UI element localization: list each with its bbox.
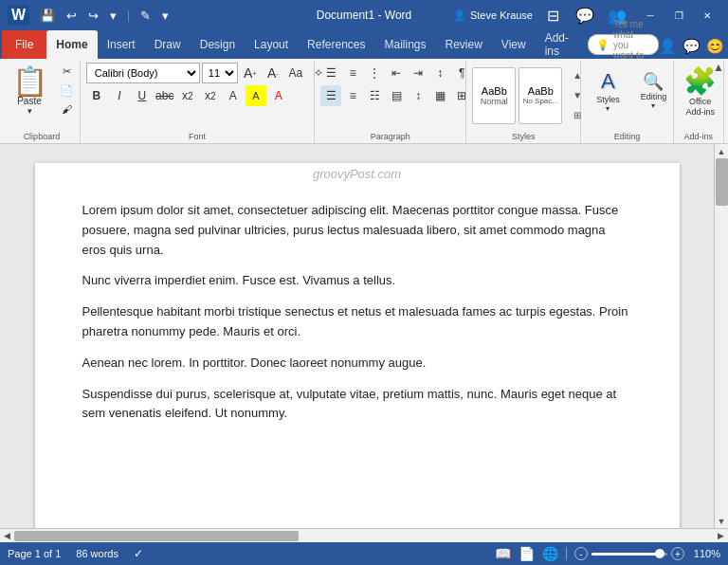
tab-view[interactable]: View: [492, 30, 536, 59]
tab-insert[interactable]: Insert: [98, 30, 145, 59]
paste-label: Paste: [17, 96, 42, 106]
superscript-button[interactable]: x2: [200, 85, 221, 106]
font-color-button[interactable]: A: [268, 85, 289, 106]
h-scroll-right-arrow[interactable]: ▶: [714, 529, 728, 543]
styles-big-button[interactable]: A Styles ▾: [587, 63, 628, 119]
justify-button[interactable]: ▤: [386, 85, 407, 106]
web-layout-icon[interactable]: 🌐: [542, 546, 558, 561]
editing-big-label: Editing: [641, 92, 667, 101]
editing-big-button[interactable]: 🔍 Editing ▾: [632, 63, 674, 119]
italic-button[interactable]: I: [109, 85, 130, 106]
zoom-out-button[interactable]: -: [574, 547, 588, 560]
strikethrough-button[interactable]: abc: [155, 85, 175, 106]
font-row-1: Calibri (Body) 11 A+ A- Aa ✧: [86, 63, 329, 83]
document-page: groovyPost.com Lorem ipsum dolor sit ame…: [35, 163, 680, 528]
user-name: Steve Krause: [470, 9, 533, 21]
touch-mode-icon[interactable]: ✎: [137, 7, 154, 25]
h-scroll-left-arrow[interactable]: ◀: [0, 529, 14, 543]
increase-indent-button[interactable]: ⇥: [408, 63, 428, 83]
document-scroll-area[interactable]: groovyPost.com Lorem ipsum dolor sit ame…: [0, 144, 714, 528]
ribbon-display-icon[interactable]: ⊟: [540, 3, 565, 27]
para-row-2: ☰ ≡ ☷ ▤ ↕ ▦ ⊞: [320, 85, 472, 106]
align-center-button[interactable]: ≡: [342, 85, 363, 106]
font-group-label: Font: [81, 132, 315, 141]
scroll-track[interactable]: [715, 158, 729, 514]
scroll-thumb[interactable]: [716, 158, 728, 206]
tab-file[interactable]: File: [2, 30, 46, 59]
multilevel-list-button[interactable]: ⋮: [364, 63, 385, 83]
word-count[interactable]: 86 words: [76, 548, 118, 559]
style-no-spacing[interactable]: AaBb No Spac...: [519, 67, 562, 124]
zoom-percent[interactable]: 110%: [692, 548, 720, 559]
paragraph-5: Suspendisse dui purus, scelerisque at, v…: [82, 385, 632, 425]
user-area[interactable]: 👤 Steve Krause: [453, 9, 533, 22]
tab-mailings[interactable]: Mailings: [374, 30, 435, 59]
subscript-button[interactable]: x2: [177, 85, 198, 106]
tab-addins[interactable]: Add-ins: [536, 30, 578, 59]
sort-button[interactable]: ↕: [429, 63, 450, 83]
restore-button[interactable]: ❐: [665, 5, 692, 26]
text-highlight-button[interactable]: A: [246, 85, 266, 106]
numbering-button[interactable]: ≡: [342, 63, 363, 83]
style-normal[interactable]: AaBb Normal: [472, 67, 516, 124]
tab-design[interactable]: Design: [191, 30, 245, 59]
tell-me-search[interactable]: 💡 Tell me what you want to do: [588, 34, 659, 55]
smiley-icon[interactable]: 😊: [706, 38, 724, 55]
font-family-select[interactable]: Calibri (Body): [86, 63, 200, 83]
zoom-knob[interactable]: [655, 549, 664, 558]
zoom-track[interactable]: [592, 553, 667, 556]
align-right-button[interactable]: ☷: [364, 85, 385, 106]
cut-button[interactable]: ✂: [53, 63, 80, 80]
format-painter-button[interactable]: 🖌: [53, 100, 80, 118]
scroll-down-arrow[interactable]: ▼: [715, 514, 729, 528]
tab-references[interactable]: References: [298, 30, 374, 59]
underline-button[interactable]: U: [132, 85, 153, 106]
comments-icon[interactable]: 💬: [682, 38, 701, 55]
print-layout-icon[interactable]: 📄: [519, 546, 535, 561]
h-scroll-track[interactable]: [14, 529, 714, 543]
paragraph-4: Aenean nec lorem. In porttitor. Donec la…: [82, 354, 632, 374]
account-icon[interactable]: 👤: [659, 38, 677, 55]
ribbon-collapse-button[interactable]: ▲: [709, 59, 728, 76]
document-text[interactable]: Lorem ipsum dolor sit amet, consectetuer…: [82, 201, 632, 424]
save-quick-icon[interactable]: 💾: [37, 7, 58, 25]
scroll-up-arrow[interactable]: ▲: [715, 144, 729, 158]
font-size-decrease-button[interactable]: A-: [263, 63, 283, 83]
close-button[interactable]: ✕: [694, 5, 720, 26]
customize-quick-icon[interactable]: ▾: [107, 7, 119, 25]
more-quick-icon[interactable]: ▾: [159, 7, 172, 25]
align-left-button[interactable]: ☰: [320, 85, 341, 106]
tab-home[interactable]: Home: [46, 30, 97, 59]
font-size-select[interactable]: 11: [202, 63, 238, 83]
bold-button[interactable]: B: [86, 85, 107, 106]
decrease-indent-button[interactable]: ⇤: [386, 63, 407, 83]
office-addins-label: OfficeAdd-ins: [685, 97, 715, 118]
addins-group-label: Add-ins: [674, 132, 723, 141]
zoom-in-button[interactable]: +: [671, 547, 684, 560]
bullets-button[interactable]: ☰: [320, 63, 341, 83]
status-separator: [566, 547, 567, 560]
comment-icon[interactable]: 💬: [573, 3, 597, 27]
tab-draw[interactable]: Draw: [145, 30, 191, 59]
vertical-scrollbar[interactable]: ▲ ▼: [714, 144, 728, 528]
horizontal-scrollbar[interactable]: ◀ ▶: [0, 528, 728, 542]
font-size-increase-button[interactable]: A+: [240, 63, 261, 83]
proofing-icon[interactable]: ✓: [134, 547, 143, 560]
undo-quick-icon[interactable]: ↩: [64, 7, 80, 25]
text-effects-button[interactable]: A: [223, 85, 244, 106]
h-scroll-thumb[interactable]: [14, 531, 299, 541]
title-bar-title: Document1 - Word: [317, 9, 411, 22]
change-case-button[interactable]: Aa: [285, 63, 306, 83]
ribbon-group-styles: AaBb Normal AaBb No Spac... ▲ ▼ ⊞ Styles: [466, 61, 581, 143]
page-info[interactable]: Page 1 of 1: [8, 548, 61, 559]
shading-button[interactable]: ▦: [429, 85, 450, 106]
user-account-icon: 👤: [453, 9, 466, 22]
redo-quick-icon[interactable]: ↪: [85, 7, 101, 25]
copy-button[interactable]: 📄: [53, 82, 80, 99]
tab-review[interactable]: Review: [436, 30, 492, 59]
watermark: groovyPost.com: [313, 167, 401, 181]
line-spacing-button[interactable]: ↕: [408, 85, 428, 106]
read-mode-icon[interactable]: 📖: [495, 546, 511, 561]
tab-layout[interactable]: Layout: [245, 30, 298, 59]
paste-button[interactable]: 📋 Paste ▾: [9, 63, 49, 119]
